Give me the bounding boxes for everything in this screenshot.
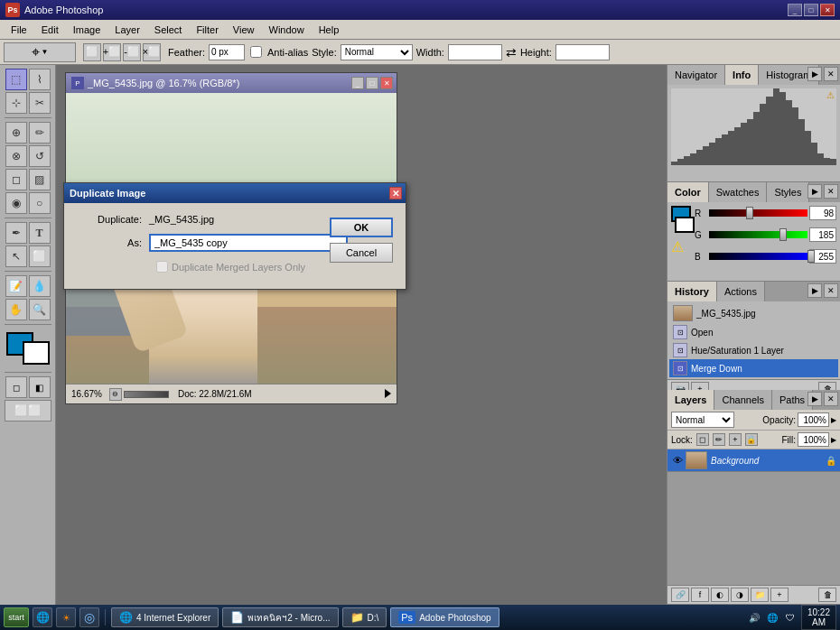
tab-styles[interactable]: Styles — [767, 182, 809, 202]
maximize-button[interactable]: □ — [804, 4, 818, 16]
history-item-3[interactable]: ⊡ Hue/Saturation 1 Layer — [669, 341, 838, 359]
minimize-button[interactable]: _ — [788, 4, 802, 16]
doc-close-btn[interactable]: ✕ — [380, 77, 393, 89]
tab-layers[interactable]: Layers — [667, 390, 714, 410]
brush-tool[interactable]: ✏ — [29, 122, 51, 144]
layer-link-btn[interactable]: 🔗 — [671, 588, 689, 602]
taskbar-explorer-btn[interactable]: 📁 D:\ — [342, 607, 387, 627]
menu-image[interactable]: Image — [66, 23, 108, 37]
dup-merged-checkbox[interactable] — [156, 261, 168, 273]
menu-filter[interactable]: Filter — [189, 23, 225, 37]
g-slider-track[interactable] — [709, 231, 807, 238]
history-brush-tool[interactable]: ↺ — [29, 145, 51, 167]
b-slider-thumb[interactable] — [807, 250, 815, 263]
g-value-input[interactable] — [809, 227, 836, 242]
notes-tool[interactable]: 📝 — [5, 275, 27, 297]
doc-minimize-btn[interactable]: _ — [351, 77, 364, 89]
antialias-checkbox[interactable] — [250, 46, 262, 58]
start-button[interactable]: start — [4, 607, 29, 627]
panel-close-btn-nav[interactable]: ✕ — [824, 67, 838, 81]
taskbar-icon-1[interactable]: 🌐 — [33, 607, 52, 627]
menu-help[interactable]: Help — [312, 23, 347, 37]
clone-tool[interactable]: ⊗ — [5, 145, 27, 167]
shape-tool[interactable]: ⬜ — [29, 246, 51, 267]
fill-arrow[interactable]: ▶ — [831, 436, 836, 444]
selection-style-btns[interactable]: ⬜ +⬜ -⬜ ×⬜ — [83, 43, 161, 61]
standard-mode[interactable]: ◻ — [5, 376, 27, 398]
r-value-input[interactable] — [809, 206, 836, 220]
opacity-input[interactable] — [798, 412, 829, 427]
panel-close-btn-color[interactable]: ✕ — [824, 184, 838, 199]
doc-maximize-btn[interactable]: □ — [366, 77, 378, 89]
menu-layer[interactable]: Layer — [107, 23, 147, 37]
scroll-right-arrow[interactable] — [385, 389, 391, 398]
crop-tool[interactable]: ⊹ — [5, 92, 27, 114]
menu-select[interactable]: Select — [147, 23, 190, 37]
hand-tool[interactable]: ✋ — [5, 299, 27, 320]
marquee-tool[interactable]: ⬚ — [5, 69, 27, 90]
panel-menu-btn-color[interactable]: ▶ — [807, 184, 822, 199]
history-item-4[interactable]: ⊡ Merge Down — [669, 359, 838, 377]
taskbar-ps-btn[interactable]: Ps Adobe Photoshop — [390, 607, 499, 627]
layer-style-btn[interactable]: f — [691, 588, 709, 602]
swap-dims-btn[interactable]: ⇄ — [506, 45, 517, 60]
path-selection-tool[interactable]: ↖ — [5, 246, 27, 267]
dup-cancel-button[interactable]: Cancel — [330, 243, 393, 263]
subtract-selection-btn[interactable]: -⬜ — [123, 43, 141, 61]
r-slider-track[interactable] — [709, 209, 807, 217]
panel-close-btn-history[interactable]: ✕ — [824, 283, 838, 298]
taskbar-word-btn[interactable]: 📄 พเทคนิคฯ2 - Micro... — [222, 607, 338, 627]
dup-ok-button[interactable]: OK — [330, 218, 393, 237]
tab-navigator[interactable]: Navigator — [667, 65, 725, 85]
eyedropper-tool[interactable]: 💧 — [29, 275, 51, 297]
feather-input[interactable] — [209, 44, 245, 60]
opacity-arrow[interactable]: ▶ — [831, 416, 836, 424]
history-item-1[interactable]: _MG_5435.jpg — [669, 303, 838, 323]
lock-all-btn[interactable]: 🔒 — [745, 433, 758, 446]
quick-mask-mode[interactable]: ◧ — [29, 376, 51, 398]
blur-tool[interactable]: ◉ — [5, 192, 27, 214]
intersect-selection-btn[interactable]: ×⬜ — [143, 43, 161, 61]
panel-close-btn-layers[interactable]: ✕ — [824, 392, 838, 406]
add-selection-btn[interactable]: +⬜ — [103, 43, 121, 61]
layer-visibility-toggle[interactable]: 👁 — [671, 454, 684, 467]
style-select[interactable]: Normal — [341, 44, 413, 60]
blend-mode-select[interactable]: Normal — [671, 412, 734, 428]
healing-tool[interactable]: ⊕ — [5, 122, 27, 144]
layer-group-btn[interactable]: 📁 — [751, 588, 769, 602]
close-button[interactable]: ✕ — [820, 4, 835, 16]
pen-tool[interactable]: ✒ — [5, 222, 27, 244]
tool-presets[interactable]: ⌖ ▼ — [4, 42, 76, 62]
g-slider-thumb[interactable] — [779, 228, 787, 241]
b-slider-track[interactable] — [709, 253, 807, 260]
taskbar-icon-2[interactable]: ☀ — [56, 607, 76, 627]
window-controls[interactable]: _ □ ✕ — [788, 4, 835, 16]
tab-channels[interactable]: Channels — [714, 390, 771, 410]
taskbar-icon-3[interactable]: ◎ — [79, 607, 99, 627]
lock-position-btn[interactable]: + — [729, 433, 742, 446]
panel-menu-btn-nav[interactable]: ▶ — [807, 67, 822, 81]
tab-info[interactable]: Info — [725, 65, 759, 85]
tab-history[interactable]: History — [667, 282, 717, 301]
menu-file[interactable]: File — [4, 23, 34, 37]
layer-adjustment-btn[interactable]: ◑ — [731, 588, 749, 602]
background-color[interactable] — [23, 341, 50, 365]
fill-input[interactable] — [798, 432, 829, 447]
menu-view[interactable]: View — [226, 23, 262, 37]
lock-transparent-btn[interactable]: ◻ — [696, 433, 709, 446]
panel-menu-btn-layers[interactable]: ▶ — [807, 392, 822, 406]
gradient-tool[interactable]: ▨ — [29, 169, 51, 190]
width-input[interactable] — [448, 44, 502, 60]
zoom-out-btn[interactable]: ⊖ — [109, 388, 122, 401]
background-layer-row[interactable]: 👁 Background 🔒 — [667, 449, 840, 472]
color-boxes[interactable] — [6, 332, 50, 365]
panel-menu-btn-history[interactable]: ▶ — [807, 283, 822, 298]
dup-as-input[interactable] — [149, 234, 348, 252]
zoom-slider[interactable] — [124, 391, 169, 398]
slice-tool[interactable]: ✂ — [29, 92, 51, 114]
lock-image-btn[interactable]: ✏ — [713, 433, 725, 446]
zoom-tool[interactable]: 🔍 — [29, 299, 51, 320]
menu-window[interactable]: Window — [262, 23, 312, 37]
tab-actions[interactable]: Actions — [717, 282, 765, 301]
screen-mode-btns[interactable]: ⬜⬜ — [5, 400, 51, 422]
